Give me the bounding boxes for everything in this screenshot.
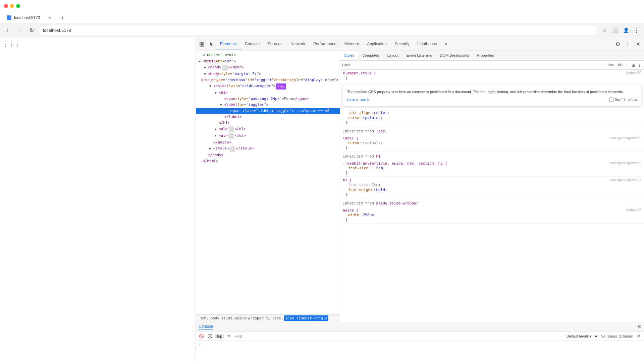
html-line-aside-close[interactable]: </aside> <box>196 139 340 145</box>
traffic-lights <box>4 4 20 8</box>
console-clear-button[interactable]: 🚫 <box>198 333 205 340</box>
styles-tab-event-listeners[interactable]: Event Listeners <box>402 51 436 60</box>
html-line-span-menu[interactable]: <span style="padding: 24px" >Menu</span> <box>196 96 340 102</box>
tab-network[interactable]: Network <box>286 38 309 50</box>
address-bar[interactable]: localhost:5173 <box>39 25 597 35</box>
dont-show-checkbox[interactable]: Don't show <box>609 98 637 102</box>
tab-elements[interactable]: Elements <box>216 38 241 50</box>
style-prop-cursor: cursor : pointer ; <box>343 115 641 120</box>
breadcrumb-bar: html body aside.aside-wrapper h1 label s… <box>196 314 340 322</box>
console-tab-title[interactable]: Console <box>199 324 213 329</box>
tab-more[interactable]: » <box>441 38 451 50</box>
html-line-label[interactable]: ▼ <label for="toggler" > <box>196 102 340 108</box>
styles-filter-input[interactable] <box>342 61 604 69</box>
tab-console[interactable]: Console <box>241 38 264 50</box>
new-style-rule-icon[interactable]: ⊞ <box>630 62 637 68</box>
devtools-overflow-icon[interactable]: ⋮ <box>623 40 633 49</box>
breadcrumb-h1[interactable]: h1 <box>265 315 271 321</box>
label-ua-label: user agent stylesheet <box>609 136 641 140</box>
html-line-aside[interactable]: ▼ <aside class="aside-wrapper" > flex <box>196 83 340 90</box>
style-prop <box>343 75 641 76</box>
forward-button[interactable]: › <box>15 25 24 35</box>
devtools-main: <!DOCTYPE html> ▶ <html lang="en" > ▶ <box>196 51 644 362</box>
console-close-button[interactable]: ✕ <box>637 323 641 330</box>
toolbar-actions: ☆ ⬜ 👤 ⋮ <box>600 25 641 35</box>
html-line-html[interactable]: ▶ <html lang="en" > <box>196 58 340 64</box>
label-rule: label { user agent stylesheet cursor : d… <box>340 135 644 152</box>
html-line-label-close[interactable]: </label> <box>196 114 340 120</box>
html-line-head[interactable]: ▶ <head> ⬜ </head> <box>196 64 340 71</box>
html-line-body-close[interactable]: </body> <box>196 152 340 158</box>
learn-more-link[interactable]: Learn more <box>347 98 369 102</box>
console-level-select[interactable]: Default levels ▾ <box>564 334 599 339</box>
html-line-style[interactable]: ▶ <style> ⬜ </style> <box>196 145 340 152</box>
styles-tab-dom-breakpoints[interactable]: DOM Breakpoints <box>436 51 473 60</box>
cls-toggle[interactable]: .cls <box>616 62 624 68</box>
tab-performance[interactable]: Performance <box>309 38 340 50</box>
tab-memory[interactable]: Memory <box>340 38 363 50</box>
devtools-cursor-icon[interactable] <box>207 40 216 49</box>
hover-state-toggle[interactable]: :hov <box>605 62 615 68</box>
sidebar-more-btn[interactable]: ⋮⋮⋮ <box>3 40 21 48</box>
html-viewer[interactable]: <!DOCTYPE html> ▶ <html lang="en" > ▶ <box>196 51 340 314</box>
console-filter-input[interactable] <box>234 333 562 340</box>
html-line-ul1[interactable]: ▶ <ul> ⬜ </ul> <box>196 126 340 133</box>
tab-application[interactable]: Application <box>363 38 391 50</box>
minimize-button[interactable] <box>10 4 14 8</box>
h1-ua-label: user agent stylesheet <box>609 178 641 182</box>
tooltip-actions: Learn more Don't show <box>347 98 637 102</box>
html-line-h1-close[interactable]: </h1> <box>196 120 340 126</box>
console-settings-icon[interactable]: ⚙ <box>635 333 642 340</box>
console-eye-icon[interactable]: 👁 <box>226 333 232 340</box>
breadcrumb-span-toggle[interactable]: span.sidebar-toggle <box>284 315 328 321</box>
html-line-input[interactable]: <input type="checkbox" id="toggler" chec… <box>196 77 340 83</box>
aside-rule: aside { (index):36 width : 250px ; } <box>340 207 644 224</box>
devtools-close-icon[interactable]: ✕ <box>633 40 643 49</box>
html-line-h1[interactable]: ▼ <h1> <box>196 90 340 96</box>
styles-tab-properties[interactable]: Properties <box>473 51 498 60</box>
top-context-selector[interactable]: top <box>215 334 224 339</box>
html-line-body[interactable]: ▼ <body style="margin: 0;" > <box>196 71 340 77</box>
breadcrumb-label[interactable]: label <box>271 315 284 321</box>
html-line-html-close[interactable]: </html> <box>196 158 340 164</box>
breadcrumb-body[interactable]: body <box>210 315 221 321</box>
styles-tab-layout[interactable]: Layout <box>383 51 402 60</box>
profile-button[interactable]: 👤 <box>621 25 631 35</box>
extensions-button[interactable]: ⬜ <box>610 25 620 35</box>
console-filter-toggle[interactable] <box>207 333 213 340</box>
breadcrumb-html[interactable]: html <box>199 315 210 321</box>
maximize-button[interactable] <box>16 4 20 8</box>
refresh-button[interactable]: ↻ <box>27 25 36 35</box>
address-text: localhost:5173 <box>43 28 593 33</box>
tab-security[interactable]: Security <box>391 38 413 50</box>
html-line-doctype[interactable]: <!DOCTYPE html> <box>196 52 340 58</box>
toggle-changes-icon[interactable]: ↕ <box>637 62 642 68</box>
webkit-ua-label: user agent stylesheet <box>609 161 641 165</box>
dont-show-label: Don't show <box>615 98 637 102</box>
style-prop-font-weight: font-weight : bold ; <box>343 187 641 192</box>
browser-tab-active[interactable]: localhost:5173 ✕ <box>3 13 56 23</box>
hidden-count-badge: 2 hidden <box>619 334 633 338</box>
tab-title: localhost:5173 <box>14 15 44 20</box>
breadcrumb-aside[interactable]: aside.aside-wrapper <box>220 315 265 321</box>
styles-tab-computed[interactable]: Computed <box>358 51 383 60</box>
dont-show-input[interactable] <box>609 98 613 102</box>
devtools-settings-icon[interactable]: ⚙ <box>613 40 623 49</box>
menu-button[interactable]: ⋮ <box>632 25 641 35</box>
tab-lighthouse[interactable]: Lighthouse <box>413 38 441 50</box>
webkit-h1-rule: :-webkit-any(article, aside, nav, sectio… <box>340 160 644 177</box>
devtools-inspect-icon[interactable] <box>197 40 207 49</box>
close-button[interactable] <box>4 4 8 8</box>
back-button[interactable]: ‹ <box>3 25 12 35</box>
svg-rect-0 <box>200 42 202 44</box>
html-line-ul2[interactable]: ▶ <ul> ⬜ </ul> <box>196 133 340 139</box>
console-body[interactable]: › <box>196 341 644 362</box>
console-prompt: › <box>199 342 641 347</box>
add-style-icon[interactable]: + <box>625 62 629 68</box>
html-line-span-toggle[interactable]: <span class="sidebar-toggle">...</span> … <box>196 108 340 114</box>
bookmark-button[interactable]: ☆ <box>600 25 609 35</box>
tab-sources[interactable]: Sources <box>264 38 286 50</box>
styles-tab-styles[interactable]: Styles <box>340 51 358 60</box>
new-tab-button[interactable]: + <box>58 13 67 23</box>
tab-close-button[interactable]: ✕ <box>47 15 52 20</box>
